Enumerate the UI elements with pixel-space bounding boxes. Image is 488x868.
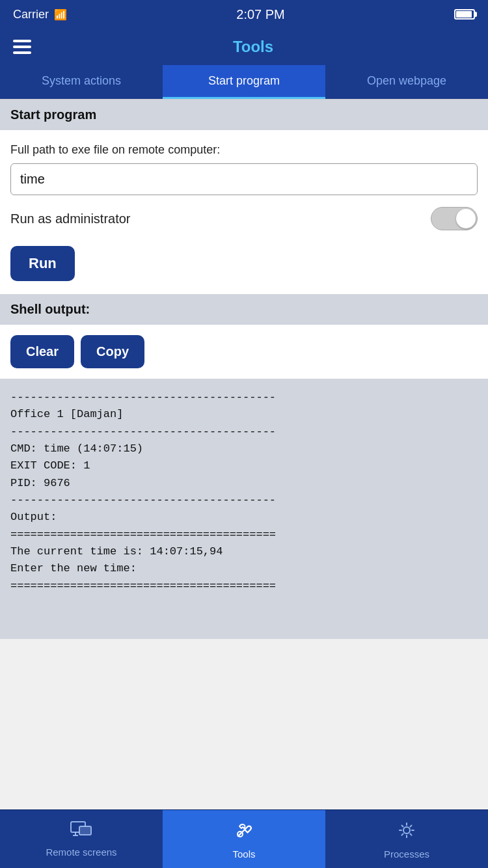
start-program-content: Full path to exe file on remote computer… [0,130,488,294]
processes-label: Processes [384,848,429,860]
bottom-tab-remote-screens[interactable]: Remote screens [0,810,163,868]
status-left: Carrier 📶 [13,8,67,21]
nav-header: Tools [0,29,488,65]
tab-open-webpage[interactable]: Open webpage [325,65,488,99]
admin-toggle[interactable] [431,207,478,230]
remote-screens-label: Remote screens [46,847,116,858]
status-time: 2:07 PM [236,7,284,22]
svg-point-6 [403,827,410,834]
nav-title: Tools [31,38,475,56]
menu-icon[interactable] [13,40,31,54]
bottom-bar: Remote screens Tools Processes [0,809,488,868]
admin-label: Run as administrator [10,211,131,226]
status-bar: Carrier 📶 2:07 PM [0,0,488,29]
run-button[interactable]: Run [10,246,75,281]
svg-rect-2 [80,827,90,834]
tab-start-program[interactable]: Start program [163,65,325,99]
shell-buttons: Clear Copy [0,325,488,379]
shell-output-section-title: Shell output: [0,294,488,325]
tab-system-actions[interactable]: System actions [0,65,163,99]
bottom-tab-processes[interactable]: Processes [325,810,488,868]
bottom-tab-tools[interactable]: Tools [163,810,325,868]
tools-label: Tools [232,848,255,860]
processes-icon [396,819,418,845]
start-program-section-title: Start program [0,100,488,130]
carrier-label: Carrier [13,8,49,21]
toggle-knob [456,209,476,228]
battery-icon [454,9,475,20]
wifi-icon: 📶 [54,8,67,21]
shell-output-text: ----------------------------------------… [0,379,488,639]
exe-field-label: Full path to exe file on remote computer… [10,143,478,157]
clear-button[interactable]: Clear [10,335,74,368]
status-right [454,9,475,20]
tab-bar: System actions Start program Open webpag… [0,65,488,100]
tools-icon [233,819,255,845]
remote-screens-icon [70,821,92,843]
copy-button[interactable]: Copy [81,335,144,368]
admin-row: Run as administrator [10,195,478,237]
exe-path-input[interactable] [10,163,478,195]
